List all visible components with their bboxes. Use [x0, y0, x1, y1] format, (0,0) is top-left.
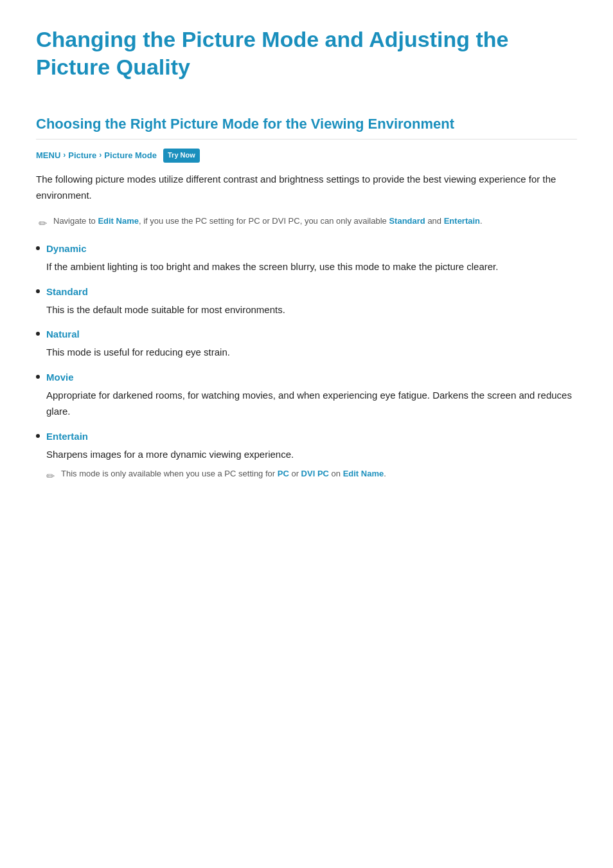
mode-desc-entertain: Sharpens images for a more dynamic viewi…: [36, 447, 577, 463]
standard-link-1: Standard: [389, 216, 425, 226]
mode-desc-movie: Appropriate for darkened rooms, for watc…: [36, 388, 577, 420]
dvi-pc-link: DVI PC: [301, 469, 329, 478]
entertain-note-text: This mode is only available when you use…: [61, 467, 386, 480]
main-title: Changing the Picture Mode and Adjusting …: [36, 26, 577, 87]
mode-term-movie: Movie: [46, 370, 74, 385]
mode-desc-natural: This mode is useful for reducing eye str…: [36, 345, 577, 361]
mode-term-standard: Standard: [46, 284, 88, 300]
note-block: ✏ Navigate to Edit Name, if you use the …: [36, 215, 577, 232]
pencil-icon: ✏: [39, 215, 47, 232]
mode-movie: Movie Appropriate for darkened rooms, fo…: [36, 370, 577, 420]
section-title: Choosing the Right Picture Mode for the …: [36, 113, 577, 140]
mode-term-natural: Natural: [46, 327, 80, 342]
breadcrumb-menu: MENU: [36, 149, 60, 163]
bullet-dot-standard: [36, 289, 40, 293]
mode-standard: Standard This is the default mode suitab…: [36, 284, 577, 318]
entertain-sub-note: ✏ This mode is only available when you u…: [36, 467, 577, 485]
breadcrumb-picture-mode: Picture Mode: [104, 149, 157, 163]
bullet-dot-dynamic: [36, 246, 40, 250]
pc-link: PC: [278, 469, 289, 478]
breadcrumb: MENU › Picture › Picture Mode Try Now: [36, 149, 577, 163]
mode-natural: Natural This mode is useful for reducing…: [36, 327, 577, 361]
breadcrumb-sep-2: ›: [99, 149, 102, 161]
bullet-dot-natural: [36, 332, 40, 336]
pencil-icon-2: ✏: [46, 468, 55, 485]
breadcrumb-sep-1: ›: [63, 149, 66, 161]
mode-entertain: Entertain Sharpens images for a more dyn…: [36, 429, 577, 485]
modes-list: Dynamic If the ambient lighting is too b…: [36, 241, 577, 485]
entertain-link-1: Entertain: [444, 216, 480, 226]
intro-text: The following picture modes utilize diff…: [36, 172, 577, 204]
edit-name-link-2: Edit Name: [343, 469, 384, 478]
mode-dynamic: Dynamic If the ambient lighting is too b…: [36, 241, 577, 275]
mode-desc-standard: This is the default mode suitable for mo…: [36, 302, 577, 318]
mode-term-entertain: Entertain: [46, 429, 88, 444]
mode-desc-dynamic: If the ambient lighting is too bright an…: [36, 259, 577, 275]
mode-term-dynamic: Dynamic: [46, 241, 87, 257]
bullet-dot-movie: [36, 375, 40, 379]
bullet-dot-entertain: [36, 434, 40, 438]
note-text: Navigate to Edit Name, if you use the PC…: [53, 215, 483, 228]
breadcrumb-picture: Picture: [68, 149, 96, 163]
edit-name-link-1: Edit Name: [98, 216, 139, 226]
try-now-badge[interactable]: Try Now: [163, 149, 200, 163]
